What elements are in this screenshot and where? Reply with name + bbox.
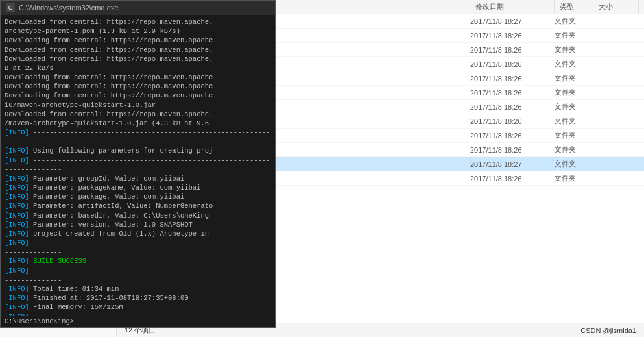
file-date-cell: 2017/11/8 18:26 bbox=[470, 75, 555, 82]
file-date: 2017/11/8 18:26 bbox=[470, 32, 522, 40]
file-date: 2017/11/8 18:26 bbox=[470, 103, 522, 111]
file-date: 2017/11/8 18:26 bbox=[470, 118, 522, 125]
cmd-line: [INFO] Using following parameters for cr… bbox=[5, 146, 271, 155]
cmd-line: [INFO] BUILD SUCCESS bbox=[5, 256, 271, 266]
cmd-line: archetype-parent-1.pom (1.3 kB at 2.9 kB… bbox=[5, 27, 271, 36]
file-type-cell: 文件夹 bbox=[555, 59, 593, 69]
file-date: 2017/11/8 18:26 bbox=[470, 75, 522, 82]
file-date-cell: 2017/11/8 18:26 bbox=[470, 103, 555, 111]
cmd-line: [INFO] ---------------------------------… bbox=[5, 238, 271, 256]
cmd-line: Downloaded from central: https://repo.ma… bbox=[5, 18, 271, 27]
file-date-cell: 2017/11/8 18:26 bbox=[470, 175, 555, 182]
col-size-header[interactable]: 大小 bbox=[593, 0, 639, 14]
file-date-cell: 2017/11/8 18:26 bbox=[470, 60, 555, 68]
cmd-line: [INFO] Total time: 01:34 min bbox=[5, 284, 271, 293]
file-type-cell: 文件夹 bbox=[555, 145, 593, 155]
cmd-line: Downloaded from central: https://repo.ma… bbox=[5, 110, 271, 119]
cmd-line: [INFO] Parameter: groupId, Value: com.yi… bbox=[5, 174, 271, 183]
file-date-cell: 2017/11/8 18:27 bbox=[470, 18, 555, 25]
cmd-titlebar: C C:\Windows\system32\cmd.exe bbox=[1, 1, 275, 15]
cmd-line: [INFO] Parameter: packageName, Value: co… bbox=[5, 183, 271, 192]
file-type: 文件夹 bbox=[555, 16, 576, 26]
file-type: 文件夹 bbox=[555, 145, 576, 155]
cmd-line: Downloading from central: https://repo.m… bbox=[5, 91, 271, 100]
main-layout: ▼ 快速访问 下载 📌 文档 📌 API文档 📌 bbox=[0, 0, 644, 337]
file-date: 2017/11/8 18:26 bbox=[470, 46, 522, 54]
file-type-cell: 文件夹 bbox=[555, 16, 593, 26]
file-type: 文件夹 bbox=[555, 59, 576, 69]
file-type-cell: 文件夹 bbox=[555, 159, 593, 169]
file-type-cell: 文件夹 bbox=[555, 73, 593, 83]
file-type: 文件夹 bbox=[555, 159, 576, 169]
file-date: 2017/11/8 18:26 bbox=[470, 146, 522, 154]
cmd-line: Downloaded from central: https://repo.ma… bbox=[5, 55, 271, 64]
file-date: 2017/11/8 18:26 bbox=[470, 175, 522, 182]
cmd-line: i0/maven-archetype-quickstart-1.0.jar bbox=[5, 101, 271, 110]
col-date-header[interactable]: 修改日期 bbox=[470, 0, 555, 14]
file-date-cell: 2017/11/8 18:26 bbox=[470, 146, 555, 154]
col-size-label: 大小 bbox=[599, 2, 613, 12]
file-type: 文件夹 bbox=[555, 88, 576, 97]
cmd-body[interactable]: Downloaded from central: https://repo.ma… bbox=[1, 15, 275, 316]
file-date-cell: 2017/11/8 18:26 bbox=[470, 132, 555, 140]
file-type: 文件夹 bbox=[555, 116, 576, 126]
cmd-line: [INFO] ---------------------------------… bbox=[5, 156, 271, 174]
cmd-prompt: C:\Users\oneKing> bbox=[1, 316, 275, 327]
file-date: 2017/11/8 18:26 bbox=[470, 89, 522, 97]
file-type: 文件夹 bbox=[555, 45, 576, 55]
cmd-line: [INFO] Parameter: package, Value: com.yi… bbox=[5, 192, 271, 201]
file-date-cell: 2017/11/8 18:26 bbox=[470, 118, 555, 125]
cmd-line: /maven-archetype-quickstart-1.0.jar (4.3… bbox=[5, 119, 271, 128]
file-date: 2017/11/8 18:26 bbox=[470, 132, 522, 140]
cmd-line: [INFO] ---------------------------------… bbox=[5, 266, 271, 284]
file-type-cell: 文件夹 bbox=[555, 173, 593, 183]
file-date-cell: 2017/11/8 18:27 bbox=[470, 160, 555, 168]
file-type: 文件夹 bbox=[555, 31, 576, 40]
file-type-cell: 文件夹 bbox=[555, 31, 593, 40]
cmd-title: C:\Windows\system32\cmd.exe bbox=[19, 4, 118, 12]
file-date-cell: 2017/11/8 18:26 bbox=[470, 89, 555, 97]
file-type: 文件夹 bbox=[555, 173, 576, 183]
cmd-line: [INFO] Parameter: basedir, Value: C:\Use… bbox=[5, 211, 271, 220]
file-type: 文件夹 bbox=[555, 102, 576, 112]
file-date-cell: 2017/11/8 18:26 bbox=[470, 32, 555, 40]
file-type: 文件夹 bbox=[555, 131, 576, 140]
file-type-cell: 文件夹 bbox=[555, 131, 593, 140]
cmd-line: [INFO] Parameter: version, Value: 1.0-SN… bbox=[5, 220, 271, 229]
file-type-cell: 文件夹 bbox=[555, 45, 593, 55]
col-date-label: 修改日期 bbox=[475, 2, 504, 12]
cmd-line: [INFO] Parameter: artifactId, Value: Num… bbox=[5, 201, 271, 210]
cmd-line: Downloading from central: https://repo.m… bbox=[5, 36, 271, 45]
file-type: 文件夹 bbox=[555, 73, 576, 83]
file-date: 2017/11/8 18:27 bbox=[470, 18, 522, 25]
cmd-line: Downloaded from central: https://repo.ma… bbox=[5, 45, 271, 55]
cmd-line: B at 22 kB/s bbox=[5, 64, 271, 73]
col-type-label: 类型 bbox=[560, 2, 574, 12]
file-date-cell: 2017/11/8 18:26 bbox=[470, 46, 555, 54]
file-type-cell: 文件夹 bbox=[555, 88, 593, 97]
cmd-line: [INFO] Final Memory: 15M/125M bbox=[5, 303, 271, 312]
cmd-line: Downloading from central: https://repo.m… bbox=[5, 73, 271, 82]
file-date: 2017/11/8 18:26 bbox=[470, 60, 522, 68]
file-type-cell: 文件夹 bbox=[555, 116, 593, 126]
cmd-window: C C:\Windows\system32\cmd.exe Downloaded… bbox=[0, 0, 276, 328]
file-date: 2017/11/8 18:27 bbox=[470, 160, 522, 168]
cmd-icon: C bbox=[6, 3, 15, 12]
file-type-cell: 文件夹 bbox=[555, 102, 593, 112]
col-type-header[interactable]: 类型 bbox=[555, 0, 593, 14]
cmd-line: [INFO] project created from Old (1.x) Ar… bbox=[5, 229, 271, 238]
cmd-line: [INFO] ---------------------------------… bbox=[5, 128, 271, 146]
cmd-line: [INFO] Finished at: 2017-11-08T18:27:35+… bbox=[5, 293, 271, 303]
cmd-prompt-text: C:\Users\oneKing> bbox=[5, 318, 74, 325]
cmd-line: Downloading from central: https://repo.m… bbox=[5, 82, 271, 91]
watermark: CSDN @jismida1 bbox=[580, 327, 636, 334]
